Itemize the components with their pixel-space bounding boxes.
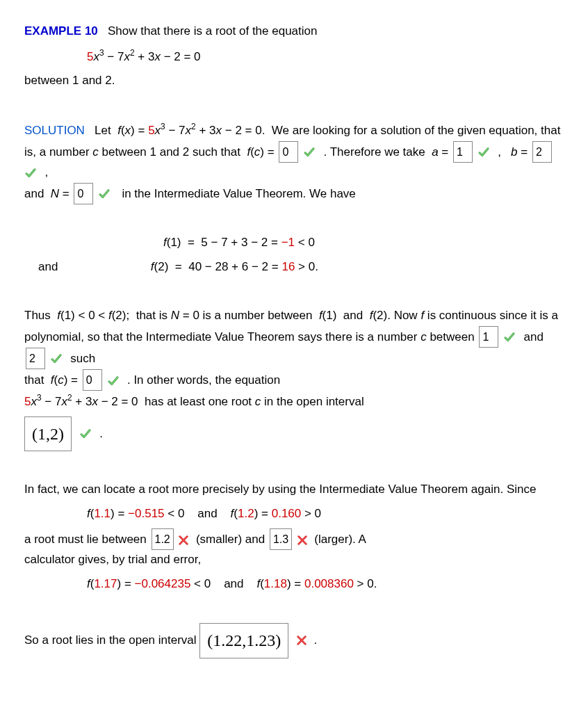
input-N[interactable]: 0 xyxy=(74,183,93,204)
example-header: EXAMPLE 10 Show that there is a root of … xyxy=(24,22,564,42)
input-r2[interactable]: 1.3 xyxy=(270,528,292,550)
input-interval2[interactable]: (1.22,1.23) xyxy=(199,623,288,658)
check-icon xyxy=(50,349,64,369)
check-icon xyxy=(503,327,517,348)
thus-para: Thus f(1) < 0 < f(2); that is N = 0 is a… xyxy=(24,306,564,412)
example-label: EXAMPLE 10 xyxy=(24,24,98,38)
input-interval[interactable]: (1,2) xyxy=(24,416,72,452)
example-prompt: Show that there is a root of the equatio… xyxy=(108,24,317,38)
input-fc[interactable]: 0 xyxy=(279,141,298,163)
f11-f12: f(1.1) = −0.515 < 0 and f(1.2) = 0.160 >… xyxy=(87,504,564,524)
cross-icon xyxy=(296,633,307,647)
input-fc2[interactable]: 0 xyxy=(83,369,102,391)
solution-para: SOLUTION Let f(x) = 5x3 − 7x2 + 3x − 2 =… xyxy=(24,120,564,204)
check-icon xyxy=(24,163,38,183)
check-icon xyxy=(303,143,317,163)
input-b[interactable]: 2 xyxy=(532,141,552,163)
root-between: a root must lie between 1.2 (smaller) an… xyxy=(24,528,564,570)
solution-label: SOLUTION xyxy=(24,124,85,137)
check-icon xyxy=(79,424,93,444)
equation-body: x xyxy=(93,50,99,63)
infact-para: In fact, we can locate a root more preci… xyxy=(24,480,564,500)
final-row: So a root lies in the open interval (1.2… xyxy=(24,623,564,658)
f1-calc: f(1) = 5 − 7 + 3 − 2 = −1 < 0 xyxy=(163,233,564,253)
input-c2[interactable]: 2 xyxy=(26,348,45,369)
check-icon xyxy=(98,184,112,204)
input-c1[interactable]: 1 xyxy=(479,326,498,348)
cross-icon xyxy=(297,533,308,546)
check-icon xyxy=(477,143,491,163)
input-r1[interactable]: 1.2 xyxy=(152,528,174,550)
f2-calc-row: and f(2) = 40 − 28 + 6 − 2 = 16 > 0. xyxy=(24,257,564,277)
f117-f118: f(1.17) = −0.064235 < 0 and f(1.18) = 0.… xyxy=(87,574,564,594)
between-text: between 1 and 2. xyxy=(24,71,564,91)
cross-icon xyxy=(178,533,189,546)
input-a[interactable]: 1 xyxy=(453,141,473,163)
check-icon xyxy=(107,371,121,391)
main-equation: 5x3 − 7x2 + 3x − 2 = 0 xyxy=(87,46,564,67)
interval-row: (1,2) . xyxy=(24,416,564,452)
